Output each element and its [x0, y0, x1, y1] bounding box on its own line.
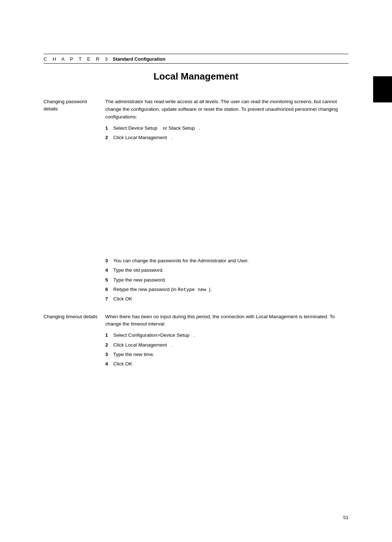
lower-step-num-7: 7 [105, 295, 113, 303]
step-num-1: 1 [105, 125, 113, 132]
timeout-intro: When there has been no input during this… [105, 313, 348, 328]
password-intro: The administrator has read-write access … [105, 98, 348, 121]
page-container: C H A P T E R 3 Standard Configuration L… [0, 0, 392, 542]
password-sidebar-label: Changing password details [44, 98, 105, 144]
timeout-step-text-1: Select Configuration>Device Setup . [113, 332, 348, 339]
timeout-step-1: 1 Select Configuration>Device Setup . [105, 332, 348, 339]
timeout-step-num-2: 2 [105, 341, 113, 349]
timeout-step-3: 3 Type the new time. [105, 351, 348, 358]
step-text-1: Select Device Setup or Stack Setup . [113, 125, 348, 132]
timeout-sidebar-label: Changing timeout details [44, 313, 105, 371]
timeout-main-content: When there has been no input during this… [105, 313, 348, 371]
lower-step-text-4: Type the old password. [113, 267, 348, 274]
lower-step-num-4: 4 [105, 267, 113, 274]
lower-step-num-5: 5 [105, 276, 113, 284]
lower-step-7: 7 Click OK [105, 295, 348, 303]
timeout-steps-list: 1 Select Configuration>Device Setup . 2 … [105, 332, 348, 368]
chapter-label: C H A P T E R 3 [44, 56, 110, 62]
timeout-step-num-4: 4 [105, 360, 113, 368]
lower-step-6: 6 Retype the new password (in Retype new… [105, 286, 348, 294]
lower-step-text-7: Click OK [113, 295, 348, 303]
timeout-section: Changing timeout details When there has … [44, 313, 348, 371]
lower-step-4: 4 Type the old password. [105, 267, 348, 274]
section-title: Local Management [44, 71, 348, 82]
timeout-step-2: 2 Click Local Management . [105, 341, 348, 349]
timeout-step-text-3: Type the new time. [113, 351, 348, 358]
lower-step-num-6: 6 [105, 286, 113, 293]
chapter-title: Standard Configuration [113, 56, 166, 62]
lower-sidebar-empty [44, 254, 105, 306]
lower-content: 3 You can change the passwords for the A… [44, 254, 348, 378]
step-num-2: 2 [105, 134, 113, 141]
lower-step-text-6: Retype the new password (in Retype new )… [113, 286, 348, 294]
retype-mono: Retype new [178, 287, 206, 292]
password-main-content: The administrator has read-write access … [105, 98, 348, 144]
timeout-step-4: 4 Click OK [105, 360, 348, 368]
step-text-2: Click Local Management . [113, 134, 348, 141]
lower-step-text-3: You can change the passwords for the Adm… [113, 257, 348, 264]
content-area: Changing password details The administra… [44, 98, 348, 151]
password-step-1: 1 Select Device Setup or Stack Setup . [105, 125, 348, 132]
lower-step-text-5: Type the new password. [113, 276, 348, 284]
lower-step-num-3: 3 [105, 257, 113, 264]
black-bar [373, 76, 392, 102]
lower-steps-list: 3 You can change the passwords for the A… [105, 257, 348, 303]
timeout-step-num-1: 1 [105, 332, 113, 339]
lower-step-3: 3 You can change the passwords for the A… [105, 257, 348, 264]
password-section: Changing password details The administra… [44, 98, 348, 144]
lower-step-5: 5 Type the new password. [105, 276, 348, 284]
password-step-2: 2 Click Local Management . [105, 134, 348, 141]
timeout-step-text-2: Click Local Management . [113, 341, 348, 349]
chapter-header: C H A P T E R 3 Standard Configuration [44, 54, 348, 64]
timeout-step-text-4: Click OK [113, 360, 348, 368]
password-steps-list: 1 Select Device Setup or Stack Setup . 2… [105, 125, 348, 142]
page-number: 51 [343, 515, 348, 520]
lower-password-steps: 3 You can change the passwords for the A… [44, 254, 348, 306]
timeout-step-num-3: 3 [105, 351, 113, 358]
lower-main-steps: 3 You can change the passwords for the A… [105, 254, 348, 306]
